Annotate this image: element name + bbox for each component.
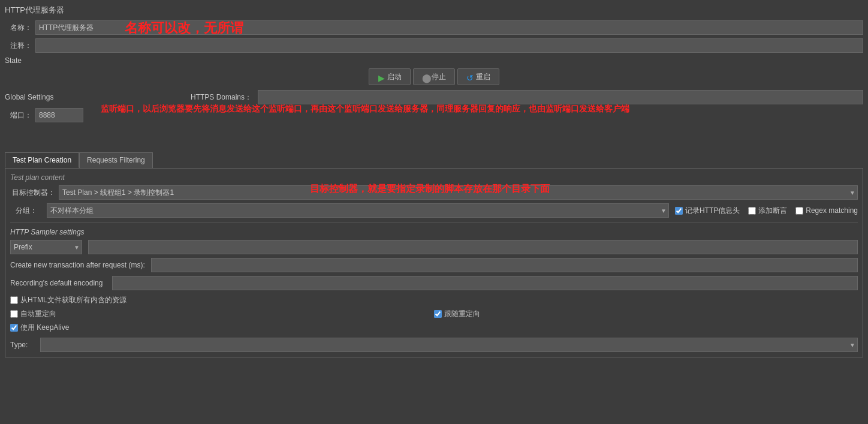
start-icon: ▶ (378, 73, 385, 80)
name-input[interactable] (35, 20, 863, 35)
type-select[interactable] (40, 338, 858, 352)
tab-requests-filtering[interactable]: Requests Filtering (79, 152, 153, 168)
type-label: Type: (10, 341, 34, 349)
global-settings-label: Global Settings (5, 93, 65, 101)
record-http-label: 记录HTTP信息头 (685, 206, 740, 216)
group-select[interactable]: 不对样本分组 (47, 203, 669, 218)
regex-checkbox-item[interactable]: Regex matching (795, 206, 858, 215)
https-domains-input[interactable] (258, 90, 863, 104)
record-http-checkbox[interactable] (675, 207, 683, 215)
html-resources-label: 从HTML文件获取所有内含的资源 (20, 295, 126, 305)
transaction-input[interactable] (151, 258, 858, 272)
comment-label: 注释： (5, 41, 32, 51)
http-sampler-label: HTTP Sampler settings (10, 228, 858, 236)
target-controller-label: 目标控制器： (10, 188, 55, 198)
transaction-label: Create new transaction after request (ms… (10, 261, 145, 269)
regex-checkbox[interactable] (795, 207, 803, 215)
https-label: HTTPS Domains： (191, 92, 252, 103)
add-comment-label: 添加断言 (758, 206, 787, 216)
restart-button[interactable]: ↺ 重启 (457, 68, 499, 85)
stop-button[interactable]: ⬤ 停止 (413, 68, 455, 85)
follow-redirect-checkbox-item[interactable]: 跟随重定向 (434, 309, 480, 319)
add-comment-checkbox-item[interactable]: 添加断言 (748, 206, 787, 216)
port-input[interactable] (35, 108, 83, 122)
prefix-input[interactable] (88, 240, 858, 254)
state-label: State (5, 56, 22, 65)
group-label: 分组： (10, 206, 37, 216)
html-resources-checkbox-item[interactable]: 从HTML文件获取所有内含的资源 (10, 295, 434, 305)
restart-icon: ↺ (466, 73, 474, 80)
tab-test-plan-creation[interactable]: Test Plan Creation (5, 152, 79, 168)
auto-redirect-checkbox[interactable] (10, 310, 18, 318)
record-http-checkbox-item[interactable]: 记录HTTP信息头 (675, 206, 740, 216)
prefix-select[interactable]: Prefix (10, 240, 82, 254)
keepalive-checkbox-item[interactable]: 使用 KeepAlive (10, 323, 858, 333)
html-resources-checkbox[interactable] (10, 296, 18, 304)
test-plan-content-label: Test plan content (10, 173, 858, 182)
keepalive-label: 使用 KeepAlive (20, 323, 69, 333)
keepalive-checkbox[interactable] (10, 324, 18, 332)
follow-redirect-label: 跟随重定向 (444, 309, 480, 319)
target-controller-select[interactable]: Test Plan > 线程组1 > 录制控制器1 (59, 185, 858, 200)
encoding-input[interactable] (112, 276, 858, 290)
start-button[interactable]: ▶ 启动 (369, 68, 411, 85)
comment-input[interactable] (35, 38, 863, 53)
name-label: 名称： (5, 23, 32, 33)
regex-label: Regex matching (806, 206, 858, 215)
auto-redirect-checkbox-item[interactable]: 自动重定向 (10, 309, 434, 319)
auto-redirect-label: 自动重定向 (20, 309, 56, 319)
stop-icon: ⬤ (422, 73, 429, 80)
port-label: 端口： (5, 110, 32, 121)
follow-redirect-checkbox[interactable] (434, 310, 442, 318)
add-comment-checkbox[interactable] (748, 207, 756, 215)
page-title: HTTP代理服务器 (5, 5, 863, 16)
encoding-label: Recording's default encoding (10, 279, 106, 287)
